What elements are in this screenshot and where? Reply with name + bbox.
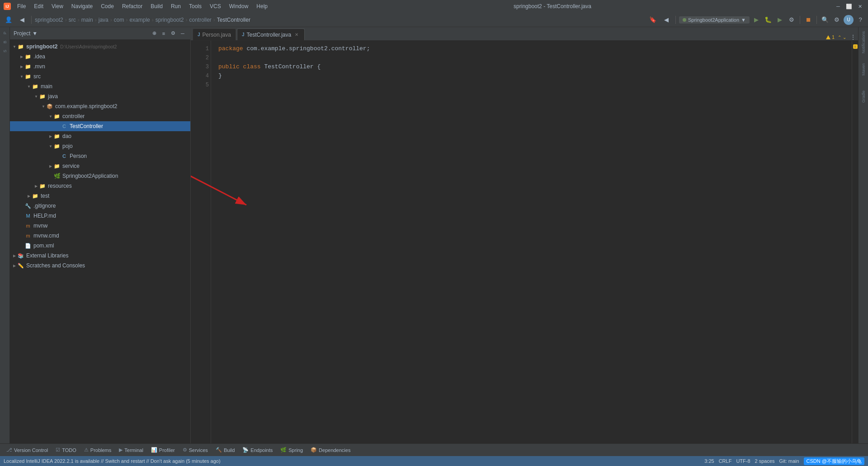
breadcrumb-example[interactable]: example — [129, 17, 150, 23]
status-line-ending[interactable]: CRLF — [719, 458, 732, 464]
menu-view[interactable]: View — [48, 2, 67, 10]
menu-refactor[interactable]: Refactor — [118, 2, 146, 10]
status-indent[interactable]: 2 spaces — [755, 458, 775, 464]
side-icon-structure[interactable]: S — [1, 47, 9, 55]
tree-item-resources[interactable]: ▶ 📁 resources — [10, 181, 190, 191]
run-configuration[interactable]: Springboot2Application ▼ — [679, 16, 750, 24]
search-everywhere-icon[interactable]: 🔍 — [820, 15, 830, 25]
back-button[interactable]: 👤 — [3, 14, 14, 26]
menu-window[interactable]: Window — [226, 2, 252, 10]
restore-button[interactable]: ⬜ — [844, 2, 854, 11]
expand-arrow-package[interactable]: ▼ — [41, 104, 46, 109]
expand-arrow-test[interactable]: ▶ — [26, 193, 32, 199]
bottom-btn-endpoints[interactable]: 📡 Endpoints — [239, 445, 276, 455]
bottom-btn-profiler[interactable]: 📊 Profiler — [147, 445, 179, 455]
bottom-btn-problems[interactable]: ⚠ Problems — [80, 445, 115, 455]
breadcrumb-springboot2-pkg[interactable]: springboot2 — [156, 17, 184, 23]
tree-item-controller[interactable]: ▼ 📁 controller — [10, 111, 190, 121]
code-editor[interactable]: package com.example.springboot2.controll… — [211, 41, 852, 443]
tree-item-mvn[interactable]: ▶ 📁 .mvn — [10, 62, 190, 71]
expand-arrow-idea[interactable]: ▶ — [19, 54, 24, 59]
expand-arrow-resources[interactable]: ▶ — [33, 183, 39, 189]
close-button[interactable]: ✕ — [855, 2, 864, 11]
tree-item-pomxml[interactable]: ▶ 📄 pom.xml — [10, 241, 190, 251]
tree-item-Springboot2Application[interactable]: ▶ 🌿 Springboot2Application — [10, 171, 190, 181]
tree-item-java[interactable]: ▼ 📁 java — [10, 91, 190, 101]
tree-item-dao[interactable]: ▶ 📁 dao — [10, 131, 190, 141]
panel-settings-icon[interactable]: ⚙ — [169, 29, 177, 38]
expand-arrow-mvn[interactable]: ▶ — [19, 64, 24, 69]
expand-arrow-scratches[interactable]: ▶ — [12, 263, 17, 268]
panel-dropdown-icon[interactable]: ▼ — [32, 30, 38, 37]
panel-expand-icon[interactable]: ≡ — [160, 29, 168, 38]
bottom-btn-spring[interactable]: 🌿 Spring — [277, 445, 307, 455]
expand-arrow-controller[interactable]: ▼ — [48, 114, 53, 119]
tree-item-mvnwcmd[interactable]: ▶ m mvnw.cmd — [10, 231, 190, 241]
panel-minimize-icon[interactable]: ─ — [179, 29, 187, 38]
stop-button[interactable]: ⏹ — [803, 15, 813, 25]
tree-item-main[interactable]: ▼ 📁 main — [10, 81, 190, 91]
expand-arrow-src[interactable]: ▼ — [19, 74, 24, 79]
expand-arrow-service[interactable]: ▶ — [48, 163, 53, 169]
right-icon-notifications[interactable]: Notifications — [859, 31, 868, 53]
tab-close-TestController[interactable]: ✕ — [293, 32, 300, 38]
debug-button[interactable]: 🐛 — [763, 15, 773, 25]
status-line-col[interactable]: 3:25 — [704, 458, 714, 464]
run-button[interactable]: ▶ — [751, 15, 761, 25]
minimize-button[interactable]: ─ — [834, 2, 843, 11]
breadcrumb-com[interactable]: com — [114, 17, 124, 23]
right-icon-maven[interactable]: Maven — [859, 58, 868, 81]
panel-locate-icon[interactable]: ⊕ — [150, 29, 158, 38]
navigate-back-icon[interactable]: ◀ — [660, 14, 672, 26]
help-icon[interactable]: ? — [855, 15, 865, 25]
coverage-button[interactable]: ▶ — [775, 15, 785, 25]
side-icon-bookmarks[interactable]: B — [1, 38, 9, 46]
tree-item-Person[interactable]: ▶ C Person — [10, 151, 190, 161]
tree-item-test[interactable]: ▶ 📁 test — [10, 191, 190, 201]
tree-item-src[interactable]: ▼ 📁 src — [10, 71, 190, 81]
expand-arrow-java[interactable]: ▼ — [33, 94, 39, 99]
tree-item-springboot2[interactable]: ▼ 📁 springboot2 D:\Users\Admin\springboo… — [10, 42, 190, 52]
tree-item-helpmd[interactable]: ▶ M HELP.md — [10, 211, 190, 221]
tree-item-gitignore[interactable]: ▶ 🔧 .gitignore — [10, 201, 190, 211]
menu-help[interactable]: Help — [253, 2, 271, 10]
expand-arrow-pojo[interactable]: ▼ — [48, 143, 53, 149]
forward-button[interactable]: ◀ — [16, 14, 28, 26]
gutter-warning-indicator[interactable]: ! — [853, 44, 858, 49]
right-icon-gradle[interactable]: Gradle — [859, 85, 868, 108]
tree-item-pojo[interactable]: ▼ 📁 pojo — [10, 141, 190, 151]
breadcrumb-main[interactable]: main — [81, 17, 93, 23]
expand-arrow-dao[interactable]: ▶ — [48, 133, 53, 139]
menu-build[interactable]: Build — [147, 2, 166, 10]
tree-item-scratches[interactable]: ▶ ✏️ Scratches and Consoles — [10, 261, 190, 271]
tree-item-service[interactable]: ▶ 📁 service — [10, 161, 190, 171]
tab-Person[interactable]: J Person.java — [193, 29, 236, 40]
settings-icon[interactable]: ⚙ — [832, 15, 842, 25]
menu-tools[interactable]: Tools — [185, 2, 205, 10]
editor-settings-icon[interactable]: ⋮ — [850, 34, 856, 40]
bottom-btn-dependencies[interactable]: 📦 Dependencies — [307, 445, 354, 455]
tree-item-idea[interactable]: ▶ 📁 .idea — [10, 52, 190, 62]
tree-item-TestController[interactable]: ▶ C TestController — [10, 121, 190, 131]
status-git-branch[interactable]: Git: main — [779, 458, 799, 464]
menu-run[interactable]: Run — [167, 2, 184, 10]
expand-arrow-extlibs[interactable]: ▶ — [12, 253, 17, 258]
tab-TestController[interactable]: J TestController.java ✕ — [237, 29, 305, 40]
warning-chevron[interactable]: ⌃ — [838, 35, 841, 40]
bottom-btn-terminal[interactable]: ▶ Terminal — [115, 445, 147, 455]
menu-code[interactable]: Code — [97, 2, 118, 10]
breadcrumb-springboot2[interactable]: springboot2 — [35, 17, 63, 23]
breadcrumb-controller[interactable]: controller — [189, 17, 212, 23]
menu-vcs[interactable]: VCS — [206, 2, 225, 10]
bottom-btn-todo[interactable]: ☑ TODO — [52, 445, 80, 455]
menu-edit[interactable]: Edit — [30, 2, 47, 10]
warning-chevron-down[interactable]: ⌄ — [843, 35, 846, 40]
expand-arrow-springboot2[interactable]: ▼ — [12, 44, 17, 49]
breadcrumb-src[interactable]: src — [69, 17, 76, 23]
tree-item-extlibs[interactable]: ▶ 📚 External Libraries — [10, 251, 190, 261]
menu-bar[interactable]: File Edit View Navigate Code Refactor Bu… — [14, 2, 271, 10]
bottom-btn-build[interactable]: 🔨 Build — [212, 445, 238, 455]
status-encoding[interactable]: UTF-8 — [736, 458, 750, 464]
bottom-btn-services[interactable]: ⚙ Services — [179, 445, 212, 455]
breadcrumb-java[interactable]: java — [99, 17, 108, 23]
